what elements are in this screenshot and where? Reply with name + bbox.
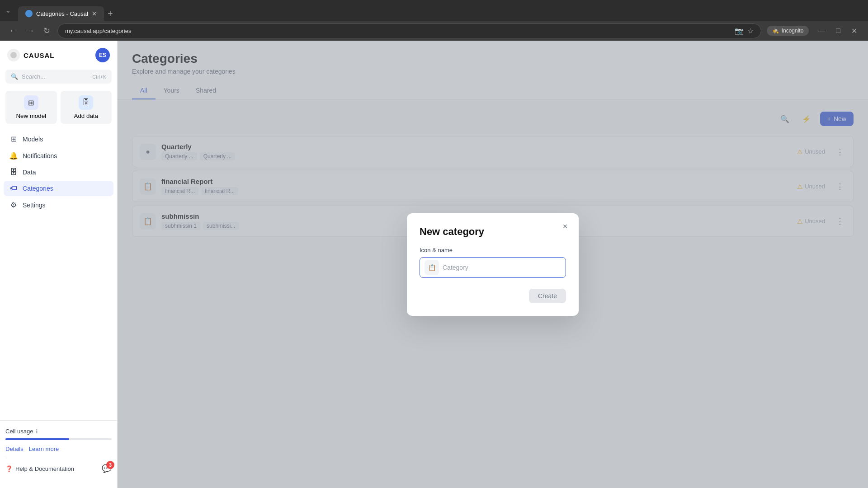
active-tab[interactable]: Categories - Causal ✕ bbox=[18, 6, 104, 21]
causal-logo: CAUSAL bbox=[7, 49, 55, 61]
create-category-btn[interactable]: Create bbox=[529, 289, 566, 303]
details-link[interactable]: Details bbox=[5, 446, 24, 452]
cell-usage-fill bbox=[5, 438, 69, 440]
help-label: Help & Documentation bbox=[15, 465, 74, 472]
new-model-btn[interactable]: ⊞ New model bbox=[5, 91, 57, 124]
forward-btn[interactable]: → bbox=[24, 24, 36, 38]
new-model-label: New model bbox=[16, 113, 46, 119]
cell-usage-links: Details Learn more bbox=[5, 446, 112, 452]
icon-picker-btn[interactable]: 📋 bbox=[425, 260, 439, 275]
browser-toolbar: ← → ↻ my.causal.app/categories 📷 ☆ 🕵 Inc… bbox=[0, 21, 868, 41]
settings-icon: ⚙ bbox=[9, 201, 18, 209]
chat-btn-wrapper: 💬 3 bbox=[102, 464, 112, 474]
new-tab-btn[interactable]: + bbox=[104, 7, 117, 21]
logo-dot bbox=[7, 49, 20, 61]
models-label: Models bbox=[23, 136, 43, 143]
learn-more-link[interactable]: Learn more bbox=[29, 446, 59, 452]
minimize-btn[interactable]: — bbox=[814, 25, 829, 37]
modal-backdrop: New category × Icon & name 📋 Create bbox=[118, 41, 868, 488]
main-content: Categories Explore and manage your categ… bbox=[118, 41, 868, 488]
address-bar[interactable]: my.causal.app/categories 📷 ☆ bbox=[57, 23, 761, 38]
app-layout: CAUSAL ES 🔍 Search... Ctrl+K ⊞ New model… bbox=[0, 41, 868, 488]
tab-close-btn[interactable]: ✕ bbox=[92, 10, 97, 17]
modal-field-label: Icon & name bbox=[420, 247, 566, 253]
browser-chrome: ⌄ Categories - Causal ✕ + bbox=[0, 0, 868, 21]
add-data-label: Add data bbox=[74, 113, 98, 119]
incognito-label: Incognito bbox=[782, 28, 804, 34]
modal-input-row: 📋 bbox=[420, 257, 566, 278]
modal-footer: Create bbox=[420, 289, 566, 303]
tab-expand-btn[interactable]: ⌄ bbox=[5, 7, 11, 14]
logo-text: CAUSAL bbox=[24, 52, 55, 59]
add-data-btn[interactable]: 🗄 Add data bbox=[61, 91, 112, 124]
search-bar[interactable]: 🔍 Search... Ctrl+K bbox=[5, 70, 112, 84]
incognito-btn[interactable]: 🕵 Incognito bbox=[767, 26, 809, 36]
sidebar-quick-actions: ⊞ New model 🗄 Add data bbox=[0, 91, 117, 131]
close-btn[interactable]: ✕ bbox=[848, 25, 861, 37]
sidebar-item-categories[interactable]: 🏷 Categories bbox=[4, 181, 113, 196]
bookmark-icon[interactable]: ☆ bbox=[747, 27, 754, 35]
address-text: my.causal.app/categories bbox=[65, 28, 731, 34]
camera-icon[interactable]: 📷 bbox=[735, 27, 744, 35]
sidebar-footer: Cell usage ℹ Details Learn more ❓ Help &… bbox=[0, 420, 117, 481]
categories-icon: 🏷 bbox=[9, 184, 18, 192]
help-section: ❓ Help & Documentation 💬 3 bbox=[5, 458, 112, 474]
cell-usage-bar bbox=[5, 438, 112, 440]
search-placeholder: Search... bbox=[22, 73, 45, 80]
maximize-btn[interactable]: □ bbox=[832, 25, 844, 37]
back-btn[interactable]: ← bbox=[7, 24, 19, 38]
help-link[interactable]: ❓ Help & Documentation bbox=[5, 465, 74, 472]
notifications-label: Notifications bbox=[23, 152, 57, 160]
reload-btn[interactable]: ↻ bbox=[42, 24, 52, 38]
logo-dot-inner bbox=[10, 52, 17, 58]
address-icons: 📷 ☆ bbox=[735, 27, 754, 35]
category-name-input[interactable] bbox=[443, 264, 561, 271]
browser-tabs: Categories - Causal ✕ + bbox=[18, 0, 117, 21]
sidebar-header: CAUSAL ES bbox=[0, 48, 117, 70]
sidebar-nav: ⊞ Models 🔔 Notifications 🗄 Data 🏷 Catego… bbox=[0, 131, 117, 420]
incognito-icon: 🕵 bbox=[772, 28, 779, 34]
help-icon: ❓ bbox=[5, 465, 13, 472]
new-model-icon: ⊞ bbox=[24, 95, 38, 110]
window-controls: — □ ✕ bbox=[814, 25, 861, 37]
categories-label: Categories bbox=[23, 185, 53, 192]
info-icon: ℹ bbox=[36, 428, 38, 435]
modal-title: New category bbox=[420, 226, 566, 238]
user-avatar[interactable]: ES bbox=[95, 48, 110, 62]
settings-label: Settings bbox=[23, 202, 46, 209]
sidebar-item-notifications[interactable]: 🔔 Notifications bbox=[4, 148, 113, 164]
modal-close-btn[interactable]: × bbox=[559, 221, 571, 233]
add-data-icon: 🗄 bbox=[79, 95, 93, 110]
cell-usage-label: Cell usage ℹ bbox=[5, 428, 112, 435]
sidebar-item-data[interactable]: 🗄 Data bbox=[4, 164, 113, 180]
sidebar-item-models[interactable]: ⊞ Models bbox=[4, 131, 113, 147]
search-icon: 🔍 bbox=[11, 73, 18, 80]
tab-title: Categories - Causal bbox=[36, 10, 88, 17]
sidebar: CAUSAL ES 🔍 Search... Ctrl+K ⊞ New model… bbox=[0, 41, 118, 488]
chat-badge: 3 bbox=[106, 461, 114, 469]
search-shortcut: Ctrl+K bbox=[92, 74, 106, 80]
models-icon: ⊞ bbox=[9, 135, 18, 143]
data-label: Data bbox=[23, 169, 36, 176]
notifications-icon: 🔔 bbox=[9, 151, 18, 160]
tab-favicon bbox=[25, 10, 33, 17]
new-category-modal: New category × Icon & name 📋 Create bbox=[407, 213, 579, 316]
sidebar-item-settings[interactable]: ⚙ Settings bbox=[4, 197, 113, 213]
data-icon: 🗄 bbox=[9, 168, 18, 176]
